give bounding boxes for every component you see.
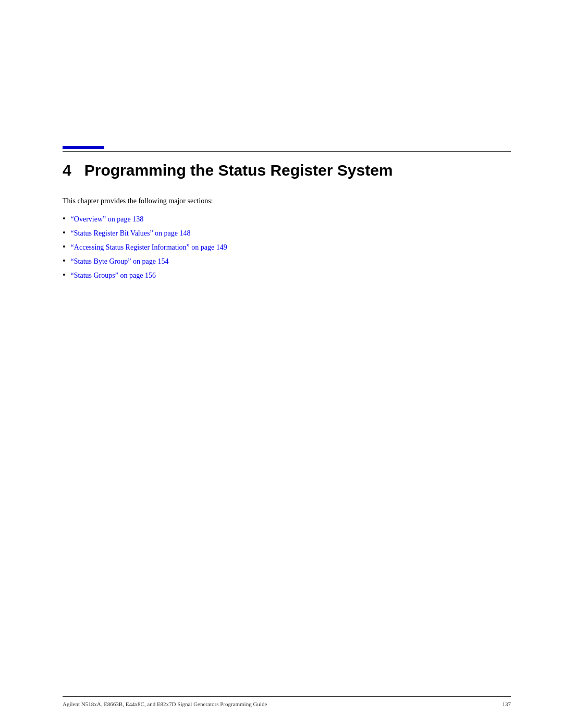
toc-link-accessing-status[interactable]: “Accessing Status Register Information” … [71, 242, 227, 253]
bullet-icon: • [63, 242, 66, 253]
footer-left-text: Agilent N518xA, E8663B, E44x8C, and E82x… [63, 701, 267, 707]
bullet-icon: • [63, 214, 66, 225]
footer: Agilent N518xA, E8663B, E44x8C, and E82x… [63, 696, 511, 707]
list-item: • “Status Byte Group” on page 154 [63, 256, 511, 267]
chapter-header: 4 Programming the Status Register System [63, 146, 511, 180]
toc-link-status-groups[interactable]: “Status Groups” on page 156 [71, 270, 156, 281]
page: 4 Programming the Status Register System… [0, 0, 563, 728]
list-item: • “Overview” on page 138 [63, 214, 511, 225]
list-item: • “Status Groups” on page 156 [63, 270, 511, 281]
bullet-icon: • [63, 270, 66, 281]
blue-bar-accent [63, 146, 104, 149]
chapter-title-text: Programming the Status Register System [84, 162, 393, 179]
list-item: • “Accessing Status Register Information… [63, 242, 511, 253]
intro-text: This chapter provides the following majo… [63, 195, 511, 206]
chapter-title: 4 Programming the Status Register System [63, 161, 511, 180]
bullet-icon: • [63, 228, 66, 239]
toc-link-status-byte-group[interactable]: “Status Byte Group” on page 154 [71, 256, 169, 267]
footer-page-number: 137 [503, 701, 511, 707]
chapter-number: 4 [63, 162, 71, 179]
toc-link-overview[interactable]: “Overview” on page 138 [71, 214, 144, 225]
content-area: 4 Programming the Status Register System… [63, 0, 511, 281]
list-item: • “Status Register Bit Values” on page 1… [63, 228, 511, 239]
divider-line [63, 151, 511, 152]
toc-list: • “Overview” on page 138 • “Status Regis… [63, 214, 511, 281]
toc-link-status-register-bit-values[interactable]: “Status Register Bit Values” on page 148 [71, 228, 191, 239]
bullet-icon: • [63, 256, 66, 267]
